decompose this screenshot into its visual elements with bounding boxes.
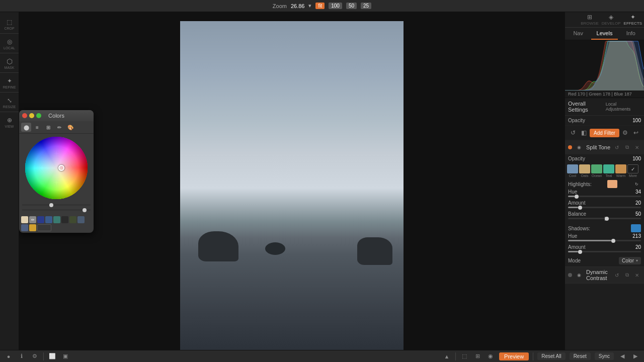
shadow-color-swatch[interactable] — [631, 224, 641, 232]
hue-thumb[interactable] — [575, 195, 579, 199]
zoom-100-btn[interactable]: 100 — [329, 3, 342, 9]
rock-left — [198, 231, 238, 261]
status-frame-icon[interactable]: ⬜ — [48, 352, 57, 361]
tab-info[interactable]: Info — [618, 28, 644, 40]
preset-cool[interactable]: Cool — [567, 164, 578, 177]
tool-local[interactable]: ◎ LOCAL — [0, 37, 19, 51]
zoom-dropdown-arrow[interactable]: ▾ — [308, 3, 311, 9]
local-adj-link[interactable]: Local Adjustments — [606, 102, 641, 112]
status-next-icon[interactable]: ▶ — [631, 352, 640, 361]
develop-icon[interactable]: ◈ DEVELOP — [602, 14, 621, 26]
dynamic-contrast-dot[interactable] — [568, 273, 572, 277]
amount-thumb[interactable] — [578, 206, 582, 210]
color-tab-wheel[interactable]: ⬤ — [21, 123, 31, 132]
settings-icon[interactable]: ⚙ — [620, 128, 630, 138]
highlight-color-swatch[interactable] — [607, 180, 617, 188]
color-tab-palette[interactable]: 🎨 — [65, 123, 75, 132]
balance-slider[interactable] — [568, 218, 641, 219]
split-tone-close-icon[interactable]: ✕ — [633, 143, 641, 151]
preset-teal[interactable]: Teal — [603, 164, 614, 177]
split-tone-icon[interactable]: ◉ — [574, 142, 584, 152]
mode-select[interactable]: Color ▾ — [619, 257, 641, 264]
add-filter-button[interactable]: Add Filter — [590, 129, 619, 137]
reset-button[interactable]: Reset — [570, 352, 591, 360]
preset-oats[interactable]: Oats — [579, 164, 590, 177]
hue-slider[interactable] — [568, 196, 641, 197]
status-sep-1 — [43, 352, 44, 360]
dynamic-contrast-reset-icon[interactable]: ↺ — [613, 271, 621, 279]
reset-icon[interactable]: ↺ — [568, 128, 578, 138]
tool-refine[interactable]: ✦ REFINE — [0, 76, 19, 90]
dynamic-contrast-icon[interactable]: ◉ — [574, 270, 584, 280]
swatch-5[interactable] — [61, 216, 68, 223]
preview-button[interactable]: Preview — [499, 352, 529, 360]
shadow-amount-thumb[interactable] — [578, 250, 582, 254]
status-arrow-up[interactable]: ▲ — [442, 352, 451, 361]
status-info-icon[interactable]: ℹ — [17, 352, 26, 361]
swatch-wide[interactable] — [37, 224, 51, 231]
color-wheel-container[interactable] — [19, 134, 94, 202]
hue-slider-track[interactable] — [22, 204, 91, 206]
zoom-50-btn[interactable]: 50 — [346, 3, 357, 9]
swatch-8[interactable] — [21, 224, 28, 231]
split-tone-dot[interactable] — [568, 145, 572, 149]
preset-warm[interactable]: Warm — [615, 164, 626, 177]
minimize-panel-btn[interactable] — [29, 113, 34, 118]
tab-levels[interactable]: Levels — [591, 28, 617, 40]
balance-thumb[interactable] — [605, 217, 609, 221]
tool-mask[interactable]: ⬡ MASK — [0, 56, 19, 70]
status-gear-icon[interactable]: ⚙ — [30, 352, 39, 361]
shadow-hue-slider[interactable] — [568, 240, 641, 241]
dynamic-contrast-copy-icon[interactable]: ⧉ — [623, 271, 631, 279]
status-frame2-icon[interactable]: ▣ — [61, 352, 70, 361]
browse-icon[interactable]: ⊞ BROWSE — [581, 14, 599, 26]
opacity-slider-track[interactable] — [22, 209, 91, 211]
close-panel-btn[interactable] — [22, 113, 27, 118]
preset-ocean[interactable]: Ocean — [591, 164, 602, 177]
status-circle2-icon[interactable]: ◉ — [486, 352, 495, 361]
maximize-panel-btn[interactable] — [36, 113, 41, 118]
shadows-label: Shadows: — [568, 226, 590, 231]
hue-slider-thumb[interactable] — [49, 203, 53, 207]
effects-icon[interactable]: ✦ EFFECTS — [624, 14, 642, 26]
reset-all-button[interactable]: Reset All — [537, 352, 565, 360]
compare-icon[interactable]: ◧ — [579, 128, 589, 138]
swatch-2[interactable] — [37, 216, 44, 223]
zoom-fit-btn[interactable]: fit — [315, 3, 325, 9]
zoom-25-btn[interactable]: 25 — [361, 3, 371, 9]
dynamic-contrast-close-icon[interactable]: ✕ — [633, 271, 641, 279]
split-tone-copy-icon[interactable]: ⧉ — [623, 143, 631, 151]
tool-resize[interactable]: ⤡ RESIZE — [0, 96, 19, 110]
status-fit-icon[interactable]: ⬚ — [460, 352, 469, 361]
color-tab-crayons[interactable]: ✏ — [54, 123, 64, 132]
resize-icon: ⤡ — [6, 97, 14, 105]
swatch-pencil[interactable]: ✏ — [29, 216, 36, 223]
sync-button[interactable]: Sync — [595, 352, 614, 360]
status-grid-icon[interactable]: ⊞ — [473, 352, 482, 361]
split-tone-reset-icon[interactable]: ↺ — [613, 143, 621, 151]
tool-crop[interactable]: ⬚ CROP — [0, 17, 19, 31]
swatch-9[interactable] — [29, 224, 36, 231]
highlights-expand-icon[interactable]: ↻ — [633, 180, 641, 188]
refine-icon: ✦ — [6, 77, 14, 85]
opacity-slider-thumb[interactable] — [83, 208, 87, 212]
mask-icon: ⬡ — [6, 57, 14, 65]
status-circle-icon[interactable]: ● — [4, 352, 13, 361]
amount-slider[interactable] — [568, 207, 641, 208]
preset-more[interactable]: ✓ More — [627, 164, 638, 177]
color-tab-grid[interactable]: ⊞ — [43, 123, 53, 132]
swatch-7[interactable] — [77, 216, 85, 223]
shadow-hue-thumb[interactable] — [611, 239, 615, 243]
shadow-amount-slider[interactable] — [568, 251, 641, 252]
swatch-4[interactable] — [53, 216, 60, 223]
swatch-1[interactable] — [21, 216, 28, 223]
color-wheel[interactable] — [24, 136, 89, 200]
tool-view[interactable]: ⊕ VIEW — [0, 115, 19, 129]
topbar: Zoom 26.86 ▾ fit 100 50 25 — [0, 0, 644, 12]
status-prev-icon[interactable]: ◀ — [618, 352, 627, 361]
history-icon[interactable]: ↩ — [631, 128, 641, 138]
color-tab-sliders[interactable]: ≡ — [32, 123, 42, 132]
swatch-3[interactable] — [45, 216, 52, 223]
swatch-6[interactable] — [69, 216, 76, 223]
tab-nav[interactable]: Nav — [565, 28, 591, 40]
